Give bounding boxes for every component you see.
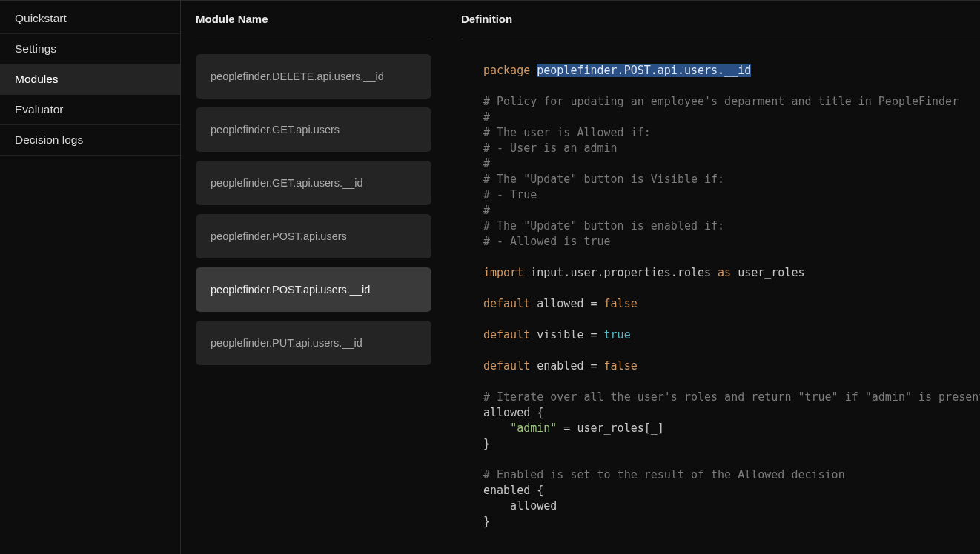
code-rule-close: } [483, 437, 490, 450]
sidebar-item-settings[interactable]: Settings [0, 34, 180, 64]
code-comment: # - Allowed is true [483, 235, 611, 248]
code-keyword-package: package [483, 64, 530, 77]
code-import-path: input.user.properties.roles [523, 266, 718, 279]
sidebar: Quickstart Settings Modules Evaluator De… [0, 1, 181, 554]
module-list: peoplefinder.DELETE.api.users.__id peopl… [196, 39, 431, 365]
sidebar-item-modules[interactable]: Modules [0, 64, 180, 95]
app-root: Quickstart Settings Modules Evaluator De… [0, 0, 980, 554]
module-item[interactable]: peoplefinder.POST.api.users [196, 214, 431, 258]
code-true: true [604, 328, 631, 341]
code-rule-open: allowed { [483, 406, 543, 419]
code-comment: # Enabled is set to the result of the Al… [483, 468, 845, 481]
code-default-enabled: enabled = [530, 359, 603, 373]
code-comment: # - True [483, 188, 537, 201]
module-item[interactable]: peoplefinder.GET.api.users.__id [196, 161, 431, 205]
code-rule-body: allowed [483, 499, 557, 513]
code-comment: # [483, 204, 490, 217]
sidebar-item-evaluator[interactable]: Evaluator [0, 95, 180, 125]
module-item-selected[interactable]: peoplefinder.POST.api.users.__id [196, 267, 431, 312]
module-list-column: Module Name peoplefinder.DELETE.api.user… [181, 1, 446, 554]
code-false: false [604, 359, 638, 373]
code-rule-open: enabled { [483, 484, 543, 497]
code-comment: # The "Update" button is enabled if: [483, 219, 724, 233]
code-comment: # The user is Allowed if: [483, 126, 651, 139]
code-comment: # - User is an admin [483, 141, 618, 155]
code-keyword-default: default [483, 359, 530, 373]
code-keyword-default: default [483, 328, 530, 341]
code-keyword-as: as [718, 266, 731, 279]
sidebar-item-quickstart[interactable]: Quickstart [0, 4, 180, 34]
code-comment: # The "Update" button is Visible if: [483, 173, 724, 186]
code-false: false [604, 297, 638, 310]
code-string: "admin" [510, 421, 557, 435]
definition-column: Definition package peoplefinder.POST.api… [446, 1, 980, 554]
definition-header: Definition [461, 1, 980, 39]
sidebar-item-decision-logs[interactable]: Decision logs [0, 125, 180, 156]
content-columns: Module Name peoplefinder.DELETE.api.user… [181, 1, 980, 554]
module-list-header: Module Name [196, 1, 431, 39]
module-item[interactable]: peoplefinder.PUT.api.users.__id [196, 321, 431, 365]
code-keyword-import: import [483, 266, 523, 279]
code-default-allowed: allowed = [530, 297, 603, 310]
code-package-name: peoplefinder.POST.api.users.__id [537, 64, 751, 77]
code-import-alias: user_roles [731, 266, 804, 279]
code-comment: # Iterate over all the user's roles and … [483, 390, 980, 404]
definition-code[interactable]: package peoplefinder.POST.api.users.__id… [461, 39, 980, 554]
code-rule-body: = user_roles[_] [557, 421, 664, 435]
module-item[interactable]: peoplefinder.DELETE.api.users.__id [196, 54, 431, 99]
code-comment: # Policy for updating an employee's depa… [483, 95, 959, 108]
code-default-visible: visible = [530, 328, 603, 341]
code-keyword-default: default [483, 297, 530, 310]
code-comment: # [483, 157, 490, 170]
code-rule-close: } [483, 515, 490, 528]
code-comment: # [483, 110, 490, 124]
code-indent [483, 421, 510, 435]
module-item[interactable]: peoplefinder.GET.api.users [196, 107, 431, 152]
